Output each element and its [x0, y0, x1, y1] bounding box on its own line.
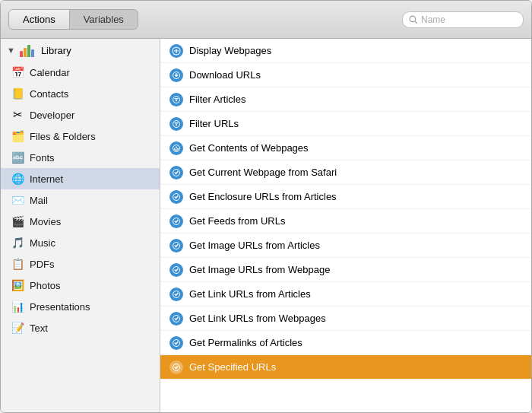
- action-icon-get-image-urls-articles: [169, 239, 183, 253]
- sidebar-item-text[interactable]: 📝 Text: [1, 317, 160, 338]
- action-icon-get-contents-webpages: [169, 141, 183, 155]
- action-icon-get-permalinks-articles: [169, 336, 183, 350]
- action-item-get-link-urls-articles[interactable]: Get Link URLs from Articles: [160, 282, 531, 307]
- action-label-get-current-webpage: Get Current Webpage from Safari: [189, 167, 337, 178]
- tab-group: Actions Variables: [8, 9, 138, 30]
- action-label-get-link-urls-webpages: Get Link URLs from Webpages: [189, 313, 326, 324]
- action-icon-get-image-urls-webpage: [169, 263, 183, 277]
- sidebar-item-files[interactable]: 🗂️ Files & Folders: [1, 125, 160, 147]
- sidebar-item-label-fonts: Fonts: [30, 152, 55, 164]
- sidebar-item-label-pdfs: PDFs: [30, 259, 55, 270]
- action-icon-get-feeds-urls: [169, 214, 183, 228]
- sidebar-item-library[interactable]: ▼ Library: [1, 39, 160, 62]
- pdfs-icon: 📋: [10, 256, 25, 272]
- action-icon-get-specified-urls: [169, 361, 183, 374]
- disclosure-arrow: ▼: [7, 46, 15, 55]
- files-icon: 🗂️: [10, 129, 25, 144]
- action-item-get-permalinks-articles[interactable]: Get Permalinks of Articles: [160, 331, 531, 355]
- presentations-icon: 📊: [10, 299, 25, 314]
- library-icon: [20, 43, 36, 57]
- sidebar-item-calendar[interactable]: 📅 Calendar: [1, 62, 160, 83]
- svg-line-1: [415, 21, 417, 23]
- action-label-get-image-urls-webpage: Get Image URLs from Webpage: [189, 264, 330, 275]
- action-label-get-feeds-urls: Get Feeds from URLs: [189, 215, 285, 227]
- sidebar-item-presentations[interactable]: 📊 Presentations: [1, 296, 160, 317]
- calendar-icon: 📅: [10, 65, 25, 80]
- main-content: ▼ Library 📅 Calendar 📒 Contacts: [1, 39, 531, 412]
- action-item-get-specified-urls[interactable]: Get Specified URLs: [160, 355, 531, 380]
- sidebar-item-label-mail: Mail: [30, 195, 48, 206]
- action-icon-get-enclosure-urls: [169, 190, 183, 204]
- action-label-display-webpages: Display Webpages: [189, 45, 271, 56]
- action-icon-get-link-urls-articles: [169, 288, 183, 301]
- sidebar-item-label-photos: Photos: [30, 280, 60, 291]
- action-label-download-urls: Download URLs: [189, 69, 261, 81]
- search-box: [402, 11, 524, 28]
- action-icon-filter-urls: [169, 117, 183, 131]
- movies-icon: 🎬: [10, 214, 25, 229]
- sidebar-item-label-music: Music: [30, 237, 55, 249]
- sidebar-item-developer[interactable]: ✂ Developer: [1, 104, 160, 125]
- action-item-filter-articles[interactable]: Filter Articles: [160, 87, 531, 112]
- internet-icon: 🌐: [10, 171, 25, 186]
- action-label-get-specified-urls: Get Specified URLs: [189, 361, 276, 373]
- sidebar-item-label-internet: Internet: [30, 173, 63, 185]
- variables-tab[interactable]: Variables: [70, 10, 138, 29]
- action-icon-filter-articles: [169, 93, 183, 106]
- action-item-get-contents-webpages[interactable]: Get Contents of Webpages: [160, 136, 531, 160]
- sidebar-item-music[interactable]: 🎵 Music: [1, 232, 160, 253]
- sidebar-item-label-developer: Developer: [30, 110, 74, 121]
- sidebar-item-movies[interactable]: 🎬 Movies: [1, 211, 160, 232]
- action-icon-download-urls: [169, 68, 183, 82]
- library-label: Library: [41, 45, 71, 56]
- action-item-get-feeds-urls[interactable]: Get Feeds from URLs: [160, 209, 531, 234]
- action-item-get-enclosure-urls[interactable]: Get Enclosure URLs from Articles: [160, 185, 531, 209]
- action-icon-get-link-urls-webpages: [169, 312, 183, 326]
- mail-icon: ✉️: [10, 192, 25, 208]
- search-input[interactable]: [421, 14, 517, 25]
- action-label-get-link-urls-articles: Get Link URLs from Articles: [189, 288, 311, 300]
- action-label-get-contents-webpages: Get Contents of Webpages: [189, 142, 309, 154]
- action-label-get-permalinks-articles: Get Permalinks of Articles: [189, 337, 302, 348]
- sidebar-item-fonts[interactable]: 🔤 Fonts: [1, 147, 160, 168]
- action-label-get-image-urls-articles: Get Image URLs from Articles: [189, 240, 320, 251]
- sidebar-item-pdfs[interactable]: 📋 PDFs: [1, 253, 160, 275]
- developer-icon: ✂: [10, 107, 25, 122]
- photos-icon: 🖼️: [10, 278, 25, 293]
- sidebar-item-label-files: Files & Folders: [30, 131, 96, 142]
- sidebar-item-photos[interactable]: 🖼️ Photos: [1, 275, 160, 296]
- action-item-get-link-urls-webpages[interactable]: Get Link URLs from Webpages: [160, 307, 531, 331]
- sidebar-item-mail[interactable]: ✉️ Mail: [1, 189, 160, 211]
- toolbar: Actions Variables: [1, 1, 531, 39]
- sidebar-item-label-calendar: Calendar: [30, 67, 70, 78]
- contacts-icon: 📒: [10, 86, 25, 101]
- action-icon-display-webpages: [169, 44, 183, 58]
- search-icon: [409, 15, 418, 24]
- action-icon-get-current-webpage: [169, 166, 183, 179]
- sidebar: ▼ Library 📅 Calendar 📒 Contacts: [1, 39, 160, 412]
- action-label-filter-articles: Filter Articles: [189, 94, 245, 105]
- actions-tab[interactable]: Actions: [9, 10, 70, 29]
- main-window: Actions Variables ▼: [0, 0, 532, 413]
- sidebar-item-internet[interactable]: 🌐 Internet: [1, 168, 160, 189]
- action-item-get-image-urls-articles[interactable]: Get Image URLs from Articles: [160, 234, 531, 258]
- action-item-download-urls[interactable]: Download URLs: [160, 63, 531, 87]
- sidebar-item-label-presentations: Presentations: [30, 301, 90, 313]
- sidebar-item-contacts[interactable]: 📒 Contacts: [1, 83, 160, 104]
- action-list: Display Webpages Download URLs Filter Ar…: [160, 39, 531, 412]
- action-item-get-current-webpage[interactable]: Get Current Webpage from Safari: [160, 160, 531, 185]
- music-icon: 🎵: [10, 235, 25, 250]
- text-icon: 📝: [10, 320, 25, 335]
- sidebar-item-label-text: Text: [30, 322, 48, 334]
- action-label-filter-urls: Filter URLs: [189, 118, 239, 129]
- action-label-get-enclosure-urls: Get Enclosure URLs from Articles: [189, 191, 337, 202]
- fonts-icon: 🔤: [10, 150, 25, 165]
- action-item-get-image-urls-webpage[interactable]: Get Image URLs from Webpage: [160, 258, 531, 282]
- action-item-filter-urls[interactable]: Filter URLs: [160, 112, 531, 136]
- sidebar-item-label-movies: Movies: [30, 216, 61, 227]
- sidebar-item-label-contacts: Contacts: [30, 88, 68, 100]
- action-item-display-webpages[interactable]: Display Webpages: [160, 39, 531, 63]
